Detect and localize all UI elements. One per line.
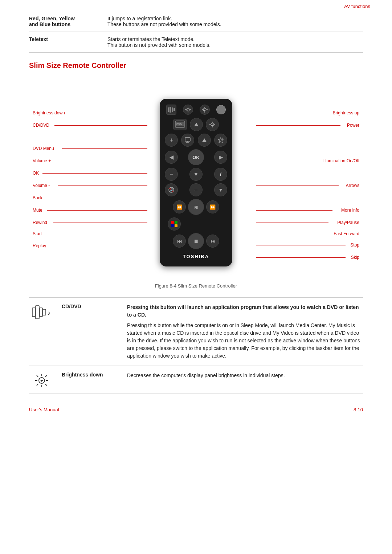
- fast-forward-button[interactable]: ⏩: [206, 200, 219, 213]
- line-fast-forward: [256, 234, 320, 234]
- label-play-pause: Play/Pause: [337, 220, 359, 225]
- rewind-button[interactable]: ⏪: [173, 200, 186, 213]
- down-button[interactable]: ▼: [189, 168, 203, 181]
- brightness-down-button-top[interactable]: ▼: [183, 105, 193, 115]
- label-illumination: Illumination On/Off: [323, 158, 359, 163]
- figure-caption: Figure 8-4 Slim Size Remote Controller: [29, 283, 363, 289]
- row-desc-1: It jumps to a registration link.These bu…: [102, 11, 363, 32]
- remote-body: ▼ ▲: [160, 99, 232, 266]
- line-brightness-up: [256, 113, 318, 113]
- footer-right: 8-10: [354, 407, 363, 412]
- label-stop: Stop: [350, 243, 359, 248]
- brightness-down-text: Decreases the computer's display panel b…: [127, 372, 363, 379]
- line-skip: [256, 257, 346, 258]
- svg-rect-36: [175, 224, 177, 227]
- line-back: [47, 198, 147, 198]
- label-power: Power: [347, 123, 359, 128]
- stop-button[interactable]: ⏹: [188, 233, 204, 249]
- detail-content-brightness-down: Decreases the computer's display panel b…: [127, 372, 363, 379]
- detail-content-cd-dvd: Pressing this button will launch an appl…: [127, 304, 363, 360]
- up-button-2[interactable]: [198, 134, 211, 147]
- line-replay: [52, 246, 147, 246]
- line-stop: [256, 245, 346, 245]
- label-back: Back: [33, 195, 42, 200]
- svg-line-47: [37, 375, 38, 377]
- mute-button[interactable]: 🔊: [165, 183, 178, 196]
- line-more-info: [256, 210, 332, 211]
- volume-plus-button[interactable]: +: [165, 134, 178, 147]
- right-button[interactable]: ▶: [214, 151, 227, 164]
- line-power: [256, 125, 340, 126]
- toshiba-logo: TOSHIBA: [183, 254, 209, 259]
- info-table: Red, Green, Yellowand Blue buttons It ju…: [29, 11, 363, 53]
- footer-left: User's Manual: [29, 407, 59, 412]
- svg-text:DVD: DVD: [176, 123, 182, 126]
- label-brightness-up: Brightness up: [333, 110, 359, 115]
- table-row: Red, Green, Yellowand Blue buttons It ju…: [29, 11, 363, 32]
- detail-row-brightness-down: Brightness down Decreases the computer's…: [29, 366, 363, 394]
- start-button[interactable]: [168, 217, 181, 231]
- line-play-pause: [256, 223, 328, 223]
- av-functions-link[interactable]: AV functions: [0, 0, 392, 11]
- row-label-1: Red, Green, Yellowand Blue buttons: [29, 11, 102, 32]
- cd-dvd-bold-text: Pressing this button will launch an appl…: [127, 304, 363, 319]
- dvd-menu-button[interactable]: DVD: [173, 119, 187, 130]
- next-button[interactable]: ⏭: [206, 235, 219, 248]
- line-ok: [42, 173, 147, 174]
- svg-rect-26: [185, 138, 190, 141]
- line-rewind: [53, 223, 147, 223]
- svg-rect-40: [43, 309, 46, 315]
- ok-button[interactable]: OK: [188, 149, 204, 165]
- svg-text:▼: ▼: [187, 109, 189, 111]
- illumination-button[interactable]: [214, 134, 227, 147]
- label-skip: Skip: [351, 255, 359, 260]
- back-left-button[interactable]: ←: [189, 183, 203, 196]
- label-volume-minus: Volume -: [33, 183, 50, 188]
- svg-line-50: [37, 384, 38, 386]
- svg-text:▲: ▲: [211, 123, 214, 127]
- label-replay: Replay: [33, 243, 46, 248]
- info-button[interactable]: i: [214, 168, 227, 181]
- remote-diagram: Brightness down CD/DVD DVD Menu Volume +…: [33, 77, 359, 280]
- monitor-button[interactable]: [181, 134, 194, 147]
- brightness-top-right[interactable]: ▲: [206, 118, 219, 131]
- line-cd-dvd: [54, 125, 147, 126]
- detail-row-cd-dvd: ♪ CD/DVD Pressing this button will launc…: [29, 298, 363, 366]
- down-button-2[interactable]: ▼: [214, 183, 227, 196]
- table-row: Teletext Starts or terminates the Telete…: [29, 32, 363, 53]
- row-desc-2: Starts or terminates the Teletext mode.T…: [102, 32, 363, 53]
- svg-rect-39: [40, 308, 42, 317]
- brightness-up-button[interactable]: ▲: [200, 105, 210, 115]
- up-arrow-button[interactable]: [190, 118, 203, 131]
- left-button[interactable]: ◀: [165, 151, 178, 164]
- label-more-info: More info: [341, 208, 359, 213]
- label-brightness-down: Brightness down: [33, 110, 65, 115]
- line-volume-plus: [59, 161, 147, 161]
- label-volume-plus: Volume +: [33, 158, 51, 163]
- brightness-down-icon: [29, 372, 54, 388]
- svg-line-48: [45, 384, 47, 386]
- label-dvd-menu: DVD Menu: [33, 146, 54, 151]
- footer: User's Manual 8-10: [0, 401, 392, 416]
- svg-rect-38: [36, 306, 39, 319]
- play-pause-button[interactable]: ⏯: [188, 199, 204, 215]
- row-label-2: Teletext: [29, 32, 102, 53]
- detail-label-brightness-down: Brightness down: [62, 372, 120, 378]
- label-arrows: Arrows: [346, 183, 359, 188]
- label-cd-dvd: CD/DVD: [33, 123, 49, 128]
- line-dvd-menu: [62, 148, 147, 149]
- svg-rect-2: [172, 107, 173, 112]
- svg-rect-3: [173, 108, 175, 111]
- cd-dvd-button[interactable]: [166, 105, 176, 115]
- cd-dvd-icon: ♪: [29, 304, 54, 319]
- volume-minus-button[interactable]: −: [165, 168, 178, 181]
- svg-rect-37: [32, 308, 35, 317]
- line-mute: [47, 210, 147, 211]
- line-volume-minus: [58, 186, 147, 186]
- power-button[interactable]: [216, 105, 226, 114]
- svg-rect-0: [168, 107, 169, 112]
- svg-text:▲: ▲: [203, 109, 206, 111]
- prev-button[interactable]: ⏮: [173, 235, 186, 248]
- svg-rect-35: [171, 224, 174, 227]
- info-table-container: Red, Green, Yellowand Blue buttons It ju…: [0, 11, 392, 289]
